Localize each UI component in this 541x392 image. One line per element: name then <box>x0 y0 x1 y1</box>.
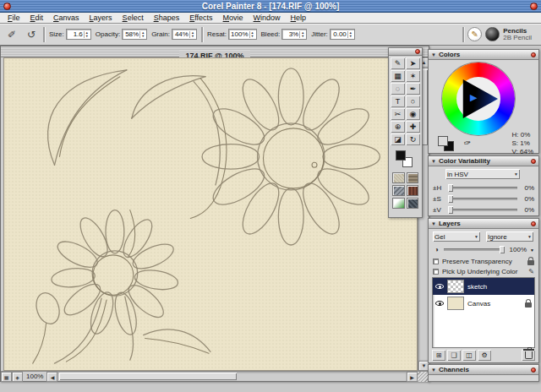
tracker-icon[interactable]: ↺ <box>24 27 39 42</box>
delete-layer-button[interactable] <box>522 350 535 361</box>
new-watercolor-layer-button[interactable]: ◫ <box>462 350 476 361</box>
grain-stepper[interactable]: ▲▼ <box>189 31 195 38</box>
menu-select[interactable]: Select <box>117 13 149 23</box>
layer-row-sketch[interactable]: sketch <box>433 278 534 295</box>
layer-commands-button[interactable]: ⊞ <box>432 350 445 361</box>
paint-bucket-tool[interactable]: ◪ <box>391 133 405 145</box>
crop-tool[interactable]: ▦ <box>391 70 405 82</box>
opacity-stepper[interactable]: ▲▼ <box>139 31 145 38</box>
layers-close-icon[interactable] <box>531 221 536 226</box>
hue-ring[interactable]: ▶ <box>442 63 515 135</box>
channels-close-icon[interactable] <box>531 368 536 373</box>
dropper-tool[interactable]: ◉ <box>406 108 420 120</box>
variability-mode-select[interactable]: in HSV ▼ <box>445 169 520 179</box>
pattern-selector[interactable] <box>407 172 419 183</box>
variability-close-icon[interactable] <box>531 159 536 164</box>
horizontal-scroll-track[interactable] <box>57 372 407 381</box>
slider-thumb[interactable] <box>448 195 453 203</box>
horizontal-scroll-thumb[interactable] <box>59 373 237 380</box>
menu-edit[interactable]: Edit <box>25 13 49 23</box>
lasso-tool[interactable]: ◌ <box>391 83 405 95</box>
toolbox-close-icon[interactable] <box>415 49 420 54</box>
layers-header[interactable]: ▼ Layers <box>429 219 538 229</box>
grain-input[interactable]: 44% ▲▼ <box>172 29 197 40</box>
weave-selector[interactable] <box>407 185 419 196</box>
visibility-eye-icon[interactable] <box>435 284 444 289</box>
brush-tool[interactable]: ✎ <box>391 57 405 69</box>
size-stepper[interactable]: ▲▼ <box>84 31 90 38</box>
menu-shapes[interactable]: Shapes <box>149 13 185 23</box>
jitter-stepper[interactable]: ▲▼ <box>347 31 353 38</box>
colors-header[interactable]: ▼ Colors <box>429 50 538 60</box>
zoom-window-icon[interactable] <box>530 3 538 10</box>
jitter-input[interactable]: 0.00 ▲▼ <box>330 29 355 40</box>
composite-method-select[interactable]: Gel ▼ <box>433 231 480 242</box>
channels-header[interactable]: ▼ Channels <box>429 365 538 375</box>
resat-input[interactable]: 100% ▲▼ <box>228 29 256 40</box>
slider-thumb[interactable] <box>448 206 453 214</box>
scroll-right-icon[interactable]: ▶ <box>407 372 418 382</box>
variability-header[interactable]: ▼ Color Variability <box>429 156 538 166</box>
new-layer-button[interactable]: ❑ <box>447 350 461 361</box>
slider-thumb[interactable] <box>500 246 505 253</box>
nozzle-selector[interactable] <box>407 198 419 209</box>
text-tool[interactable]: T <box>391 95 405 107</box>
scroll-left-icon[interactable]: ◀ <box>46 372 57 382</box>
layer-row-canvas[interactable]: Canvas <box>433 295 534 312</box>
disclosure-icon[interactable]: ▼ <box>431 52 436 57</box>
colors-close-icon[interactable] <box>531 52 536 57</box>
layer-adjuster-tool[interactable]: ➤ <box>406 57 420 69</box>
menu-help[interactable]: Help <box>286 13 312 23</box>
magnifier-tool[interactable]: ⊕ <box>391 121 405 133</box>
scissors-tool[interactable]: ✂ <box>391 108 405 120</box>
pen-tool[interactable]: ✒ <box>406 83 420 95</box>
visibility-eye-icon[interactable] <box>435 301 444 306</box>
pickup-underlying-checkbox[interactable] <box>433 269 439 275</box>
dynamic-plugins-button[interactable]: ⚙ <box>478 350 491 361</box>
look-selector[interactable] <box>392 185 405 196</box>
layer-opacity-slider[interactable] <box>444 248 505 251</box>
navigator-button[interactable]: ◈ <box>12 372 23 382</box>
document-titlebar[interactable]: 174.RIF @ 100% <box>1 46 429 57</box>
brush-dab-preview-icon[interactable] <box>485 27 500 41</box>
menu-window[interactable]: Window <box>249 13 286 23</box>
brush-selector[interactable]: ✎ Pencils 2B Pencil <box>462 27 537 42</box>
canvas-area[interactable] <box>3 57 418 371</box>
brush-stroke-icon[interactable]: ✐ <box>4 27 19 42</box>
preserve-transparency-checkbox[interactable] <box>433 259 439 264</box>
bleed-stepper[interactable]: ▲▼ <box>299 31 305 38</box>
menu-canvas[interactable]: Canvas <box>48 13 85 23</box>
menu-layers[interactable]: Layers <box>85 13 117 23</box>
opacity-input[interactable]: 58% ▲▼ <box>122 29 147 40</box>
composite-depth-select[interactable]: Ignore ▼ <box>486 231 533 242</box>
rotate-page-tool[interactable]: ↻ <box>406 133 420 145</box>
slider-thumb[interactable] <box>448 184 453 192</box>
primary-color-swatch[interactable] <box>438 136 448 146</box>
value-variability-slider[interactable] <box>448 209 517 211</box>
main-color-swatch[interactable] <box>396 150 406 161</box>
close-icon[interactable] <box>3 3 11 10</box>
chevron-down-icon[interactable]: ▼ <box>530 248 534 253</box>
brush-category-icon[interactable]: ✎ <box>467 27 482 41</box>
sv-cursor-icon[interactable]: ▶ <box>470 93 477 102</box>
menu-file[interactable]: File <box>3 13 25 23</box>
disclosure-icon[interactable]: ▼ <box>431 368 436 373</box>
paper-selector[interactable] <box>392 172 405 183</box>
size-input[interactable]: 1.6 ▲▼ <box>66 29 91 40</box>
saturation-variability-slider[interactable] <box>448 198 517 200</box>
bleed-input[interactable]: 3% ▲▼ <box>281 29 307 40</box>
hue-variability-slider[interactable] <box>448 187 517 189</box>
shape-tool[interactable]: ○ <box>406 95 420 107</box>
magic-wand-tool[interactable]: ✶ <box>406 70 420 82</box>
toolbox-header[interactable] <box>389 48 422 56</box>
disclosure-icon[interactable]: ▼ <box>431 221 436 226</box>
grabber-tool[interactable]: ✚ <box>406 121 420 133</box>
eyedropper-icon[interactable]: ✑ <box>462 137 475 151</box>
main-additional-colors[interactable] <box>389 147 422 171</box>
menu-movie[interactable]: Movie <box>218 13 249 23</box>
disclosure-icon[interactable]: ▼ <box>431 159 436 164</box>
menu-effects[interactable]: Effects <box>184 13 217 23</box>
gradient-selector[interactable] <box>392 198 405 209</box>
resat-stepper[interactable]: ▲▼ <box>249 31 255 38</box>
page-view-button[interactable]: ▦ <box>1 372 12 382</box>
